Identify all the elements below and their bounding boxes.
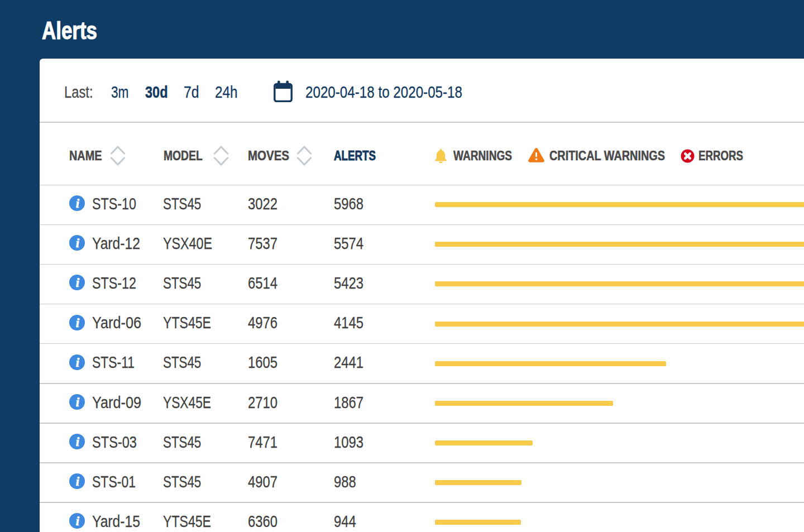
svg-text:i: i — [75, 475, 79, 488]
svg-text:i: i — [75, 514, 79, 528]
svg-text:i: i — [75, 395, 79, 409]
svg-text:i: i — [75, 236, 79, 250]
svg-text:i: i — [75, 196, 79, 210]
svg-text:i: i — [75, 276, 79, 290]
svg-text:i: i — [75, 356, 79, 370]
svg-text:i: i — [75, 316, 79, 330]
svg-text:i: i — [75, 435, 79, 449]
